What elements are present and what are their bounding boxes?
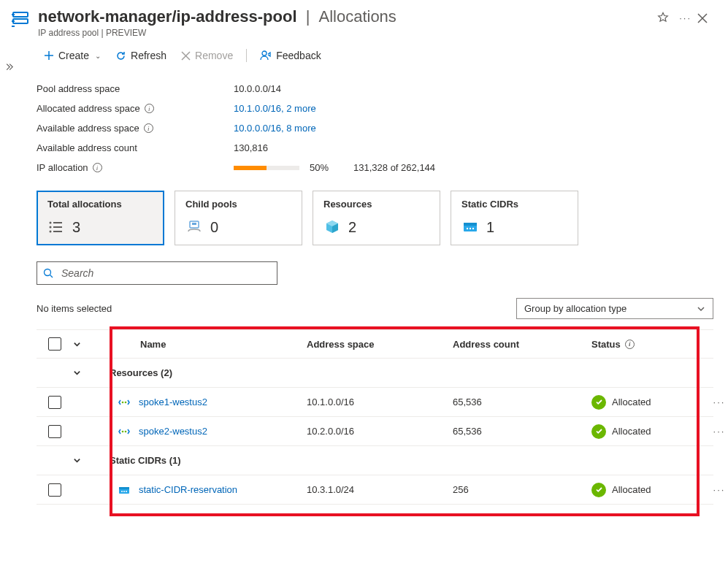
allocated-space-label: Allocated address space i <box>37 103 234 114</box>
row-count: 256 <box>453 484 591 495</box>
svg-point-6 <box>50 222 52 224</box>
page-subtitle: IP address pool | PREVIEW <box>38 28 651 38</box>
row-space: 10.3.1.0/24 <box>307 484 453 495</box>
group-static: Static CIDRs (1) <box>110 455 728 466</box>
svg-point-15 <box>467 228 468 229</box>
pool-space-value: 10.0.0.0/14 <box>234 83 281 94</box>
pool-space-label: Pool address space <box>37 83 234 94</box>
header-more-icon[interactable]: ··· <box>679 12 691 23</box>
info-icon[interactable]: i <box>145 104 154 113</box>
svg-point-10 <box>50 231 52 233</box>
page-title: network-manager/ip-address-pool | Alloca… <box>38 7 651 26</box>
card-total-allocations[interactable]: Total allocations 3 <box>37 191 164 245</box>
close-icon[interactable] <box>691 10 713 26</box>
table-row: spoke1-westus2 10.1.0.0/16 65,536 Alloca… <box>37 388 713 417</box>
svg-rect-9 <box>53 226 62 228</box>
plus-icon <box>44 50 54 61</box>
row-more-icon[interactable]: ··· <box>708 426 728 437</box>
info-icon[interactable]: i <box>144 123 153 133</box>
row-name-link[interactable]: static-CIDR-reservation <box>139 484 237 495</box>
row-checkbox[interactable] <box>48 483 61 497</box>
svg-point-17 <box>472 228 474 229</box>
available-count-label: Available address count <box>37 142 234 153</box>
chevron-down-icon <box>697 305 705 313</box>
row-name-link[interactable]: spoke2-westus2 <box>139 426 207 437</box>
refresh-icon <box>115 50 126 61</box>
resource-icon <box>10 10 31 31</box>
row-space: 10.2.0.0/16 <box>307 426 453 437</box>
row-status: Allocated <box>612 484 651 495</box>
col-count[interactable]: Address count <box>453 339 591 350</box>
row-status: Allocated <box>612 397 651 407</box>
cidr-icon <box>461 218 479 236</box>
col-name[interactable]: Name <box>110 339 307 350</box>
chevron-down-icon: ⌄ <box>95 52 101 60</box>
select-all-checkbox[interactable] <box>48 337 61 351</box>
status-success-icon <box>591 424 606 439</box>
svg-point-16 <box>470 228 471 229</box>
status-success-icon <box>591 395 606 410</box>
allocated-space-value[interactable]: 10.1.0.0/16, 2 more <box>234 103 316 114</box>
group-toggle[interactable] <box>73 369 110 377</box>
card-static-cidrs[interactable]: Static CIDRs 1 <box>451 191 578 245</box>
allocation-progress-bar <box>234 166 299 170</box>
cidr-icon <box>118 484 130 496</box>
status-success-icon <box>591 483 606 497</box>
refresh-button[interactable]: Refresh <box>110 47 172 64</box>
svg-point-26 <box>121 491 123 492</box>
group-resources: Resources (2) <box>110 367 728 378</box>
create-button[interactable]: Create ⌄ <box>38 47 107 64</box>
remove-icon <box>181 51 191 61</box>
row-more-icon[interactable]: ··· <box>708 397 728 407</box>
row-more-icon[interactable]: ··· <box>708 484 728 495</box>
svg-point-28 <box>126 491 127 492</box>
cube-icon <box>323 218 341 236</box>
search-input[interactable] <box>60 267 271 280</box>
row-space: 10.1.0.0/16 <box>307 397 453 407</box>
col-status[interactable]: Statusi <box>591 339 708 350</box>
search-input-wrapper[interactable] <box>37 261 277 285</box>
card-child-pools[interactable]: Child pools 0 <box>175 191 302 245</box>
expand-handle-icon[interactable] <box>4 63 15 73</box>
svg-line-20 <box>50 275 53 277</box>
row-count: 65,536 <box>453 426 591 437</box>
row-checkbox[interactable] <box>48 396 61 409</box>
available-space-value[interactable]: 10.0.0.0/16, 8 more <box>234 123 316 134</box>
expand-all-toggle[interactable] <box>73 340 110 348</box>
svg-rect-18 <box>464 223 477 226</box>
row-name-link[interactable]: spoke1-westus2 <box>139 397 207 407</box>
favorite-icon[interactable] <box>657 12 669 23</box>
svg-rect-7 <box>53 222 62 223</box>
search-icon <box>43 268 54 279</box>
svg-rect-1 <box>13 19 28 23</box>
selection-status: No items selected <box>37 303 112 314</box>
group-by-select[interactable]: Group by allocation type <box>516 298 713 319</box>
row-checkbox[interactable] <box>48 425 61 438</box>
allocations-table: Name Address space Address count Statusi… <box>37 329 713 505</box>
svg-point-19 <box>45 269 51 275</box>
table-row: static-CIDR-reservation 10.3.1.0/24 256 … <box>37 475 713 505</box>
table-row: spoke2-westus2 10.2.0.0/16 65,536 Alloca… <box>37 417 713 446</box>
svg-point-8 <box>50 226 52 229</box>
allocation-detail: 131,328 of 262,144 <box>353 162 435 173</box>
pool-icon <box>185 218 203 236</box>
svg-point-24 <box>125 430 127 432</box>
vnet-icon <box>118 426 130 437</box>
available-count-value: 130,816 <box>234 142 268 153</box>
svg-rect-11 <box>53 231 62 232</box>
info-icon[interactable]: i <box>625 340 635 349</box>
svg-rect-0 <box>13 12 28 17</box>
group-toggle[interactable] <box>73 456 110 464</box>
svg-rect-13 <box>192 223 196 225</box>
remove-button: Remove <box>175 47 239 64</box>
card-resources[interactable]: Resources 2 <box>313 191 440 245</box>
available-space-label: Available address space i <box>37 123 234 134</box>
toolbar-separator <box>246 49 247 62</box>
feedback-icon <box>260 50 272 61</box>
row-count: 65,536 <box>453 397 591 407</box>
info-icon[interactable]: i <box>93 163 102 172</box>
feedback-button[interactable]: Feedback <box>254 47 326 64</box>
svg-point-27 <box>123 491 125 492</box>
col-space[interactable]: Address space <box>307 339 453 350</box>
svg-point-23 <box>122 430 124 432</box>
